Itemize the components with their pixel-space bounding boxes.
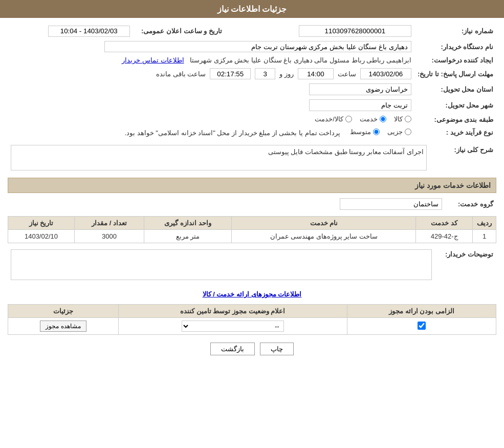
page-wrapper: جزئیات اطلاعات نیاز شماره نیاز: تاریخ و … <box>0 0 504 448</box>
category-kala-radio[interactable] <box>405 116 411 122</box>
buyer-desc-row: توضیحات خریدار: <box>8 247 496 282</box>
service-group-label: گروه خدمت: <box>445 196 496 212</box>
deadline-days-input[interactable] <box>255 68 275 79</box>
deadline-remaining-label: ساعت باقی مانده <box>156 70 206 78</box>
need-number-input[interactable] <box>299 25 411 37</box>
service-group-row: گروه خدمت: <box>8 196 496 212</box>
permits-table: الزامی بودن ارائه مجوز اعلام وضعیت مجوز … <box>8 304 496 335</box>
back-button[interactable]: بازگشت <box>210 343 255 355</box>
service-code: ج-42-429 <box>416 230 473 243</box>
action-buttons: چاپ بازگشت <box>8 335 496 363</box>
buyer-desc-box[interactable] <box>11 249 432 280</box>
buyer-org-input[interactable] <box>104 41 411 52</box>
permits-col-details: جزئیات <box>8 305 119 318</box>
purchase-motavasset-option[interactable]: متوسط <box>350 128 380 136</box>
service-unit: متر مربع <box>144 230 231 243</box>
purchase-motavasset-label: متوسط <box>350 128 371 136</box>
purchase-type-note: پرداخت تمام یا بخشی از مبلغ خریدار از مح… <box>124 129 340 137</box>
requester-value: ابراهیمی رباطی رباط مسئول مالی دهیاری با… <box>8 54 414 66</box>
page-title: جزئیات اطلاعات نیاز <box>217 5 287 13</box>
need-desc-text: اجرای آسفالت معابر روستا طبق مشخصات فایل… <box>268 148 424 156</box>
date-label: تاریخ و ساعت اعلان عمومی: <box>133 23 225 39</box>
purchase-type-value: جزیی متوسط پرداخت تمام یا بخشی از مبلغ خ… <box>8 126 414 139</box>
need-number-value <box>246 23 414 39</box>
need-desc-table: شرح کلی نیاز: اجرای آسفالت معابر روستا ط… <box>8 143 496 173</box>
col-unit: واحد اندازه گیری <box>144 217 231 230</box>
need-number-row: شماره نیاز: تاریخ و ساعت اعلان عمومی: <box>8 23 496 39</box>
category-label: طبقه بندی موضوعی: <box>414 113 496 126</box>
col-row: ردیف <box>473 217 496 230</box>
category-value: کالا خدمت کالا/خدمت <box>8 113 414 126</box>
permit-supplier-status-cell: -- <box>118 318 347 335</box>
deadline-date-input[interactable] <box>360 68 411 79</box>
category-khedmat-label: خدمت <box>360 115 378 123</box>
services-header-row: ردیف کد خدمت نام خدمت واحد اندازه گیری ت… <box>8 217 496 230</box>
deadline-row: مهلت ارسال پاسخ: تا تاریخ: ساعت روز و سا… <box>8 66 496 81</box>
purchase-jozee-radio[interactable] <box>405 129 411 135</box>
date-input[interactable] <box>48 26 130 37</box>
need-desc-row: شرح کلی نیاز: اجرای آسفالت معابر روستا ط… <box>8 143 496 173</box>
category-kala-khedmat-option[interactable]: کالا/خدمت <box>315 115 352 123</box>
requester-contact-link[interactable]: اطلاعات تماس خریدار <box>122 56 184 64</box>
deadline-time-input[interactable] <box>298 68 334 79</box>
deadline-inline: ساعت روز و ساعت باقی مانده <box>11 68 411 79</box>
province-row: استان محل تحویل: <box>8 81 496 97</box>
category-kala-label: کالا <box>394 115 403 123</box>
service-group-input[interactable] <box>340 198 442 210</box>
deadline-label: مهلت ارسال پاسخ: تا تاریخ: <box>414 66 496 81</box>
city-label: شهر محل تحویل: <box>414 97 496 113</box>
col-date: تاریخ نیاز <box>8 217 75 230</box>
buyer-org-row: نام دستگاه خریدار: <box>8 39 496 54</box>
province-input[interactable] <box>309 83 411 95</box>
requester-label: ایجاد کننده درخواست: <box>414 54 496 66</box>
purchase-jozee-label: جزیی <box>387 128 403 136</box>
permit-row-1: -- مشاهده مجوز <box>8 318 496 335</box>
print-button[interactable]: چاپ <box>260 343 294 355</box>
services-section-title: اطلاعات خدمات مورد نیاز <box>8 178 496 193</box>
services-table: ردیف کد خدمت نام خدمت واحد اندازه گیری ت… <box>8 216 496 243</box>
category-radio-group: کالا خدمت کالا/خدمت <box>315 115 411 123</box>
category-khedmat-option[interactable]: خدمت <box>360 115 386 123</box>
permits-col-required: الزامی بودن ارائه مجوز <box>347 305 496 318</box>
deadline-remaining-input[interactable] <box>210 68 251 79</box>
purchase-type-radio-group: جزیی متوسط <box>350 128 411 136</box>
buyer-desc-value <box>8 247 435 282</box>
permits-section-title[interactable]: اطلاعات مجوزهای ارائه خدمت / کالا <box>8 287 496 301</box>
city-input[interactable] <box>309 99 411 111</box>
buyer-org-value <box>8 39 414 54</box>
need-desc-box: اجرای آسفالت معابر روستا طبق مشخصات فایل… <box>11 145 427 170</box>
purchase-type-row: نوع فرآیند خرید : جزیی متوسط پرداخت تمام… <box>8 126 496 139</box>
permit-supplier-status-select[interactable]: -- <box>182 321 284 332</box>
category-khedmat-radio[interactable] <box>380 116 386 122</box>
need-desc-value: اجرای آسفالت معابر روستا طبق مشخصات فایل… <box>8 143 430 173</box>
requester-text: ابراهیمی رباطی رباط مسئول مالی دهیاری با… <box>190 56 411 64</box>
col-code: کد خدمت <box>416 217 473 230</box>
service-row-num: 1 <box>473 230 496 243</box>
main-info-table: شماره نیاز: تاریخ و ساعت اعلان عمومی: نا… <box>8 23 496 139</box>
permit-details-cell: مشاهده مجوز <box>8 318 119 335</box>
page-header: جزئیات اطلاعات نیاز <box>0 0 504 18</box>
service-group-value <box>8 196 445 212</box>
deadline-value: ساعت روز و ساعت باقی مانده <box>8 66 414 81</box>
category-kala-khedmat-radio[interactable] <box>345 116 352 122</box>
buyer-org-label: نام دستگاه خریدار: <box>414 39 496 54</box>
service-date: 1403/02/10 <box>8 230 75 243</box>
category-kala-option[interactable]: کالا <box>394 115 411 123</box>
permit-required-checkbox[interactable] <box>418 322 426 330</box>
purchase-type-label: نوع فرآیند خرید : <box>414 126 496 139</box>
category-row: طبقه بندی موضوعی: کالا خدمت <box>8 113 496 126</box>
purchase-motavasset-radio[interactable] <box>373 129 380 135</box>
city-value <box>8 97 414 113</box>
province-value <box>8 81 414 97</box>
date-value <box>8 23 133 39</box>
service-group-table: گروه خدمت: <box>8 196 496 212</box>
permits-header-row: الزامی بودن ارائه مجوز اعلام وضعیت مجوز … <box>8 305 496 318</box>
service-name: ساخت سایر پروژه‌های مهندسی عمران <box>232 230 416 243</box>
buyer-desc-label: توضیحات خریدار: <box>435 247 496 282</box>
col-quantity: تعداد / مقدار <box>75 217 144 230</box>
permits-section: اطلاعات مجوزهای ارائه خدمت / کالا الزامی… <box>8 287 496 335</box>
permit-view-button[interactable]: مشاهده مجوز <box>40 321 86 332</box>
col-name: نام خدمت <box>232 217 416 230</box>
need-desc-label: شرح کلی نیاز: <box>430 143 496 173</box>
purchase-jozee-option[interactable]: جزیی <box>387 128 411 136</box>
